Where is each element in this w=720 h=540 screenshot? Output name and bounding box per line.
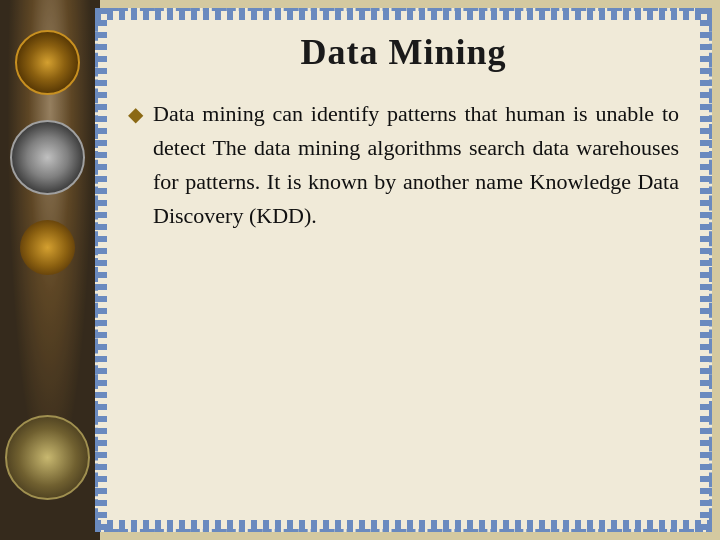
left-photo-area (0, 0, 100, 540)
border-right-deco (700, 8, 712, 532)
slide-title: Data Mining (128, 31, 679, 73)
slide-container: Data Mining ◆ Data mining can identify p… (0, 0, 720, 540)
medal-decoration-2 (10, 120, 85, 195)
bullet-item-1: ◆ Data mining can identify patterns that… (128, 97, 679, 233)
title-section: Data Mining (128, 31, 679, 73)
medal-decoration-3 (20, 220, 75, 275)
slide-content-area: Data Mining ◆ Data mining can identify p… (95, 8, 712, 532)
border-top-deco (95, 8, 712, 20)
bullet-diamond-icon: ◆ (128, 99, 143, 129)
content-section: ◆ Data mining can identify patterns that… (128, 97, 679, 509)
border-bottom-deco (95, 520, 712, 532)
medal-decoration-1 (15, 30, 80, 95)
bullet-body-text: Data mining can identify patterns that h… (153, 97, 679, 233)
compass-decoration (5, 415, 90, 500)
border-left-deco (95, 8, 107, 532)
